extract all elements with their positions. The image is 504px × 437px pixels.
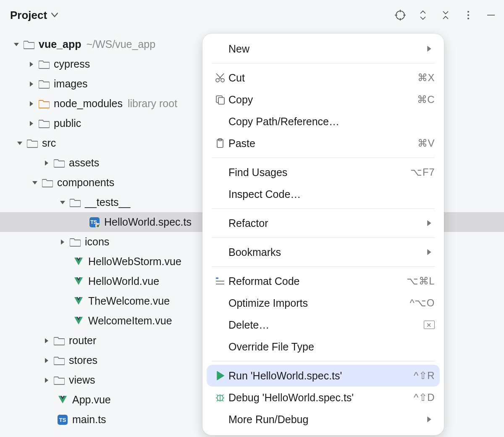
vue-icon — [73, 276, 84, 287]
tree-path: ~/WS/vue_app — [86, 38, 155, 50]
menu-optimize-imports[interactable]: Optimize Imports ^⌥O — [202, 292, 444, 314]
vue-icon — [57, 395, 68, 405]
folder-icon — [54, 375, 65, 385]
svg-point-11 — [467, 14, 469, 16]
target-icon[interactable] — [395, 10, 406, 21]
separator — [212, 361, 435, 361]
menu-find-usages[interactable]: Find Usages ⌥F7 — [202, 161, 444, 183]
chevron-right-icon — [424, 220, 435, 226]
tree-label: WelcomeItem.vue — [88, 315, 172, 327]
shortcut: ⌘C — [417, 94, 435, 105]
chevron-down-icon — [51, 13, 58, 18]
svg-point-14 — [216, 79, 219, 82]
tree-label: stores — [69, 354, 97, 366]
menu-override-file-type[interactable]: Override File Type — [202, 336, 444, 358]
folder-icon — [39, 99, 50, 109]
folder-icon — [24, 39, 34, 50]
chevron-right-icon — [42, 336, 51, 345]
separator — [212, 237, 435, 238]
context-menu: New Cut ⌘X Copy ⌘C Copy Path/Reference… … — [202, 34, 444, 435]
tree-label: __tests__ — [85, 196, 130, 208]
menu-more-run-debug[interactable]: More Run/Debug — [202, 408, 444, 430]
collapse-all-icon[interactable] — [440, 10, 451, 21]
vue-icon — [73, 296, 84, 306]
menu-label: Refactor — [228, 217, 424, 229]
svg-point-10 — [467, 11, 469, 13]
chevron-right-icon — [27, 119, 36, 128]
chevron-right-icon — [424, 249, 435, 255]
menu-copy[interactable]: Copy ⌘C — [202, 89, 444, 111]
chevron-down-icon — [12, 40, 21, 49]
project-tool-title[interactable]: Project — [10, 9, 58, 22]
chevron-right-icon — [42, 356, 51, 365]
ts-icon — [57, 415, 68, 425]
menu-reformat-code[interactable]: Reformat Code ⌥⌘L — [202, 270, 444, 292]
menu-label: Reformat Code — [228, 275, 407, 287]
folder-icon — [54, 355, 65, 366]
menu-label: Find Usages — [228, 166, 410, 179]
menu-label: New — [228, 43, 424, 55]
ts-test-icon — [89, 217, 100, 227]
tree-label: HelloWorld.spec.ts — [104, 216, 192, 228]
menu-label: Copy — [228, 94, 417, 106]
library-root-badge: library root — [128, 97, 177, 110]
folder-icon — [42, 178, 53, 188]
menu-label: Cut — [228, 72, 417, 84]
tree-label: node_modules — [54, 97, 123, 110]
tree-label: vue_app — [39, 38, 81, 50]
menu-label: Optimize Imports — [228, 297, 410, 309]
chevron-right-icon — [42, 376, 51, 385]
project-title-text: Project — [10, 9, 47, 22]
chevron-down-icon — [30, 178, 39, 187]
svg-line-30 — [222, 395, 223, 396]
more-vertical-icon[interactable] — [463, 10, 474, 21]
menu-run[interactable]: Run 'HelloWorld.spec.ts' ^⇧R — [207, 365, 440, 387]
vue-icon — [73, 316, 84, 326]
tree-label: cypress — [54, 58, 90, 70]
menu-new[interactable]: New — [202, 38, 444, 60]
menu-refactor[interactable]: Refactor — [202, 212, 444, 234]
menu-label: Copy Path/Reference… — [228, 116, 435, 128]
folder-icon — [39, 79, 50, 89]
shortcut: ^⇧R — [414, 370, 435, 382]
chevron-right-icon — [58, 237, 67, 247]
tree-label: assets — [69, 157, 99, 169]
minimize-icon[interactable] — [486, 10, 496, 21]
menu-inspect-code[interactable]: Inspect Code… — [202, 183, 444, 205]
tree-label: icons — [85, 236, 109, 248]
separator — [212, 63, 435, 63]
tree-label: public — [54, 117, 81, 129]
shortcut: ^⌥O — [410, 297, 435, 309]
menu-label: Bookmarks — [228, 246, 424, 258]
menu-delete[interactable]: Delete… ✕ — [202, 314, 444, 336]
tree-label: App.vue — [72, 394, 111, 406]
chevron-right-icon — [42, 158, 51, 168]
menu-bookmarks[interactable]: Bookmarks — [202, 241, 444, 263]
copy-icon — [212, 94, 228, 105]
tree-label: components — [57, 176, 114, 189]
reformat-icon — [212, 276, 228, 287]
svg-line-31 — [217, 400, 218, 401]
vue-icon — [73, 257, 84, 267]
shortcut: ⌥F7 — [410, 166, 435, 178]
folder-icon — [39, 59, 50, 69]
play-icon — [212, 370, 228, 381]
menu-copy-path[interactable]: Copy Path/Reference… — [202, 111, 444, 132]
shortcut: ^⇧D — [414, 392, 435, 403]
menu-label: Debug 'HelloWorld.spec.ts' — [228, 392, 414, 404]
folder-icon — [54, 336, 65, 346]
clipboard-icon — [212, 138, 228, 149]
folder-icon — [70, 197, 81, 208]
chevron-down-icon — [15, 139, 24, 148]
menu-paste[interactable]: Paste ⌘V — [202, 132, 444, 154]
menu-cut[interactable]: Cut ⌘X — [202, 67, 444, 89]
chevron-right-icon — [27, 60, 36, 69]
menu-debug[interactable]: Debug 'HelloWorld.spec.ts' ^⇧D — [202, 387, 444, 408]
folder-icon — [70, 237, 81, 247]
menu-label: Inspect Code… — [228, 188, 435, 200]
shortcut: ⌘X — [417, 72, 435, 84]
shortcut: ⌥⌘L — [407, 275, 435, 287]
expand-collapse-icon[interactable] — [417, 10, 428, 21]
separator — [212, 266, 435, 267]
tree-label: src — [42, 137, 56, 149]
